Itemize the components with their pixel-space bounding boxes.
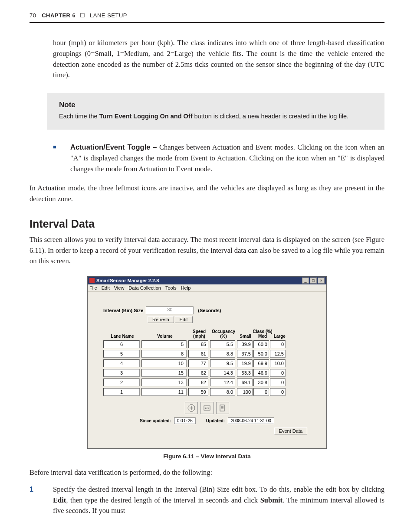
menu-file[interactable]: File — [89, 285, 97, 290]
col-header-occ-l2: (%) — [210, 334, 237, 339]
table-row: 410779.519.969.910.0 — [103, 359, 311, 367]
cell-class-med: 46.6 — [253, 369, 269, 377]
section-heading-interval-data: Interval Data — [30, 218, 384, 230]
cell-class-small: 53.3 — [237, 369, 253, 377]
app-window: SmartSensor Manager 2.2.8 _ □ × File Edi… — [87, 276, 327, 449]
cell-class-large: 12.5 — [270, 350, 286, 358]
table-row: 111598.010000 — [103, 388, 311, 396]
title-bar: SmartSensor Manager 2.2.8 _ □ × — [88, 277, 326, 284]
updated-value: 2008-06-24 11:31:00 — [228, 418, 274, 424]
event-data-button[interactable]: Event Data — [274, 428, 307, 434]
col-header-speed-l2: (mph) — [188, 334, 210, 339]
cell-speed: 62 — [188, 379, 208, 386]
note-heading: Note — [59, 101, 372, 109]
chapter-title: LANE SETUP — [90, 12, 127, 19]
menu-data-collection[interactable]: Data Collection — [128, 285, 161, 290]
step1-submit: Submit — [260, 496, 283, 504]
cell-occupancy: 12.4 — [210, 379, 235, 386]
cell-class-med: 69.9 — [253, 359, 269, 367]
figure-caption: Figure 6.11 – View Interval Data — [87, 453, 327, 460]
step1-text1: Specify the desired interval length in t… — [53, 485, 384, 493]
cell-class-large: 0 — [270, 369, 286, 377]
cell-volume: 15 — [141, 369, 187, 377]
edit-button[interactable]: Edit — [175, 316, 193, 323]
cell-lane: 2 — [103, 379, 140, 386]
header-separator: ☐ — [80, 12, 85, 19]
minimize-button[interactable]: _ — [302, 277, 309, 284]
table-row: 58618.837.550.012.5 — [103, 350, 311, 358]
table-row: 2136212.469.130.80 — [103, 379, 311, 386]
menu-view[interactable]: View — [114, 285, 125, 290]
refresh-button[interactable]: Refresh — [148, 316, 174, 323]
since-updated: Since updated: 0:0:0:26 — [140, 418, 196, 423]
cell-occupancy: 9.5 — [210, 359, 235, 367]
cell-volume: 10 — [141, 359, 187, 367]
cell-speed: 65 — [188, 340, 208, 348]
table-row: 3156214.353.346.60 — [103, 369, 311, 377]
col-header-lane: Lane Name — [103, 334, 141, 339]
bin-size-input[interactable]: 30 — [146, 307, 194, 314]
menu-edit[interactable]: Edit — [102, 285, 110, 290]
paragraph-interval-intro: This screen allows you to verify interva… — [30, 235, 384, 267]
cell-occupancy: 5.5 — [210, 340, 235, 348]
cell-class-large: 0 — [270, 379, 286, 386]
svg-rect-3 — [220, 405, 224, 411]
col-header-class-l1: Class (%) — [237, 329, 288, 334]
table-row: 65655.539.960.00 — [103, 340, 311, 348]
cell-class-large: 0 — [270, 340, 286, 348]
col-header-large: Large — [271, 334, 288, 339]
paragraph-actuation-mode: In Actuation mode, the three leftmost ic… — [30, 183, 384, 205]
cell-class-small: 39.9 — [237, 340, 253, 348]
col-header-occupancy: Occupancy (%) — [210, 329, 237, 339]
cell-class-large: 10.0 — [270, 359, 286, 367]
tool-icon-2[interactable]: us — [200, 402, 214, 414]
interval-data-table: Lane Name Volume Speed (mph) Occupancy (… — [103, 329, 311, 396]
cell-class-med: 50.0 — [253, 350, 269, 358]
menu-tools[interactable]: Tools — [165, 285, 177, 290]
since-updated-value: 0:0:0:26 — [174, 418, 196, 424]
cell-class-med: 0 — [253, 388, 269, 396]
cell-class-small: 100 — [237, 388, 253, 396]
paragraph-before-steps: Before interval data verification is per… — [30, 467, 384, 478]
cell-class-small: 69.1 — [237, 379, 253, 386]
tool-icon-3[interactable] — [216, 402, 229, 414]
cell-occupancy: 8.8 — [210, 350, 235, 358]
window-title: SmartSensor Manager 2.2.8 — [96, 278, 159, 283]
col-header-occ-l1: Occupancy — [210, 329, 237, 334]
bullet-actuation-toggle: Actuation/Event Toggle – Changes between… — [53, 142, 384, 174]
col-header-speed: Speed (mph) — [188, 329, 210, 339]
cell-speed: 61 — [188, 350, 208, 358]
step1-edit: Edit — [53, 496, 66, 504]
note-body: Each time the Turn Event Logging On and … — [59, 112, 372, 121]
menu-bar: File Edit View Data Collection Tools Hel… — [88, 284, 326, 292]
svg-text:us: us — [205, 406, 209, 410]
cell-occupancy: 14.3 — [210, 369, 235, 377]
menu-help[interactable]: Help — [181, 285, 191, 290]
col-header-med: Med — [254, 334, 271, 339]
cell-lane: 4 — [103, 359, 140, 367]
close-button[interactable]: × — [318, 277, 325, 284]
cell-class-med: 60.0 — [253, 340, 269, 348]
cell-volume: 5 — [141, 340, 187, 348]
cell-lane: 6 — [103, 340, 140, 348]
cell-speed: 77 — [188, 359, 208, 367]
bin-size-label: Interval (Bin) Size — [103, 308, 143, 313]
cell-volume: 11 — [141, 388, 187, 396]
cell-speed: 62 — [188, 369, 208, 377]
col-header-volume: Volume — [141, 334, 188, 339]
tool-icon-1[interactable] — [185, 402, 198, 414]
maximize-button[interactable]: □ — [310, 277, 317, 284]
note-text-after: button is clicked, a new header is creat… — [192, 113, 348, 120]
cell-lane: 1 — [103, 388, 140, 396]
col-header-small: Small — [237, 334, 254, 339]
note-callout: Note Each time the Turn Event Logging On… — [47, 93, 384, 130]
paragraph-continuation: hour (mph) or kilometers per hour (kph).… — [53, 38, 384, 81]
updated: Updated: 2008-06-24 11:31:00 — [206, 418, 274, 423]
since-updated-label: Since updated: — [140, 418, 171, 423]
col-header-speed-l1: Speed — [188, 329, 210, 334]
bullet-label: Actuation/Event Toggle – — [70, 143, 157, 151]
cell-volume: 8 — [141, 350, 187, 358]
cell-volume: 13 — [141, 379, 187, 386]
cell-lane: 3 — [103, 369, 140, 377]
cell-lane: 5 — [103, 350, 140, 358]
